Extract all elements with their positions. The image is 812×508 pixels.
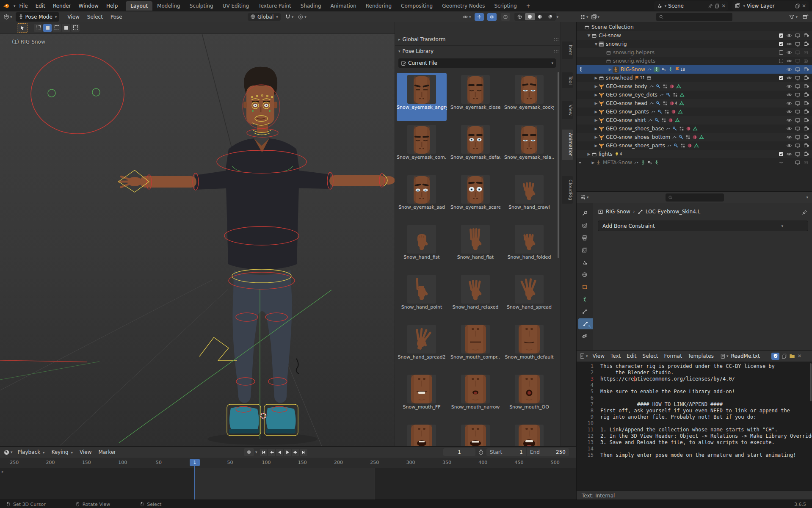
workspace-tab-layout[interactable]: Layout: [126, 1, 152, 11]
text-line[interactable]: 8First off, ask yourself if you even NEE…: [577, 408, 812, 414]
menu-help[interactable]: Help: [102, 3, 122, 9]
screen-toggle-icon[interactable]: [795, 117, 801, 123]
expand-toggle[interactable]: ▶: [594, 127, 599, 131]
view-layer-selector[interactable]: ▾ View Layer ✕: [732, 1, 809, 11]
pose-item[interactable]: Snow_hand_relaxed: [450, 273, 500, 321]
timeline-ruler[interactable]: -250-200-150-100-50501001502002503003504…: [0, 458, 576, 468]
select-mode-select-extend[interactable]: [52, 24, 61, 32]
workspace-tab-texture-paint[interactable]: Texture Paint: [254, 1, 296, 11]
pose-item[interactable]: Snow_mouth_narrow: [450, 373, 500, 421]
expand-toggle[interactable]: ▼: [586, 33, 591, 38]
pose-thumbnail[interactable]: [407, 225, 436, 254]
properties-tab-output[interactable]: [577, 232, 593, 243]
outliner-row[interactable]: ▶snow.head11: [577, 74, 812, 82]
menu-edit[interactable]: Edit: [32, 3, 49, 9]
text-line[interactable]: 133. Save and Reload the file, to allow …: [577, 439, 812, 446]
eye-toggle-icon[interactable]: [786, 92, 792, 98]
pose-item[interactable]: Snow_hand_spread: [504, 273, 554, 321]
workspace-tab-modeling[interactable]: Modeling: [152, 1, 185, 11]
outliner-search-input[interactable]: [656, 13, 732, 21]
expand-toggle[interactable]: ▶: [594, 101, 599, 105]
timeline-dopesheet-area[interactable]: ▸: [0, 468, 576, 500]
expand-toggle[interactable]: ▶: [594, 135, 599, 139]
auto-keying-record-button[interactable]: [244, 448, 254, 456]
workspace-tab-scripting[interactable]: Scripting: [489, 1, 521, 11]
outliner-row[interactable]: ▶GEO-snow_shoes_base: [577, 124, 812, 133]
snap-magnet-icon[interactable]: [285, 14, 291, 20]
pose-item[interactable]: Snow_hand_flat: [450, 223, 500, 271]
screen-off-toggle-icon[interactable]: [795, 58, 801, 64]
pose-item[interactable]: Snow_hand_crawl: [504, 173, 554, 221]
pose-thumbnail[interactable]: [407, 75, 436, 104]
3d-viewport-scene[interactable]: [0, 22, 395, 446]
camera-toggle-icon[interactable]: [804, 83, 809, 89]
text-line[interactable]: 1This character rig is provided under th…: [577, 363, 812, 370]
camera-toggle-icon[interactable]: [804, 75, 809, 81]
pin-icon[interactable]: [802, 210, 807, 215]
outliner-item-label[interactable]: GEO-snow_shoes_bottom: [606, 134, 670, 140]
pin-icon[interactable]: [708, 3, 713, 8]
eye-toggle-icon[interactable]: [786, 134, 792, 140]
screen-toggle-icon[interactable]: [795, 41, 801, 47]
pose-thumbnail[interactable]: [515, 375, 544, 403]
camera-toggle-icon[interactable]: [804, 117, 809, 123]
blender-logo-icon[interactable]: [3, 3, 10, 9]
text-line[interactable]: 5Make sure to enable the Pose Library ad…: [577, 389, 812, 395]
frame-start-field[interactable]: Start 1: [486, 448, 526, 456]
camera-toggle-icon[interactable]: [804, 41, 809, 47]
outliner-item-label[interactable]: GEO-snow_head: [606, 100, 647, 106]
pose-item[interactable]: [450, 422, 500, 446]
camera-toggle-icon[interactable]: [804, 100, 809, 106]
outliner-item-label[interactable]: lights: [599, 151, 613, 157]
screen-toggle-icon[interactable]: [795, 143, 801, 149]
outliner-item-label[interactable]: snow.rig: [606, 41, 627, 47]
eye-toggle-icon[interactable]: [786, 50, 792, 55]
outliner-row[interactable]: Scene Collection: [577, 23, 812, 31]
outliner-row[interactable]: snow.rig.helpers: [577, 48, 812, 57]
viewport-menu-view[interactable]: View: [64, 14, 83, 20]
expand-toggle[interactable]: ▶: [594, 93, 599, 97]
pose-thumbnail[interactable]: [407, 425, 436, 446]
text-menu-text[interactable]: Text: [608, 353, 624, 359]
properties-tab-bone-constraint[interactable]: [578, 318, 593, 329]
outliner-item-label[interactable]: snow.rig.widgets: [613, 58, 655, 64]
eye-toggle-icon[interactable]: [786, 83, 792, 89]
pose-thumbnail[interactable]: [407, 325, 436, 353]
viewport-menu-pose[interactable]: Pose: [107, 14, 126, 20]
camera-toggle-icon[interactable]: [804, 33, 809, 39]
outliner-row[interactable]: ▶GEO-snow_body: [577, 82, 812, 91]
pose-item[interactable]: Snow_eyemask_angry: [397, 73, 447, 121]
shade-render-icon[interactable]: [545, 13, 555, 20]
expand-toggle[interactable]: ▶: [608, 67, 613, 72]
sidebar-tab-view[interactable]: View: [562, 101, 573, 119]
pose-thumbnail[interactable]: [461, 275, 490, 304]
outliner-row[interactable]: ▶GEO-snow_shoes_bottom: [577, 133, 812, 141]
expand-toggle[interactable]: ▶: [591, 160, 596, 165]
pose-item[interactable]: Snow_mouth_compr...: [450, 323, 500, 371]
screen-toggle-icon[interactable]: [795, 92, 801, 98]
scene-name[interactable]: Scene: [668, 3, 706, 9]
text-line[interactable]: 3https://creativecommons.org/licenses/by…: [577, 376, 812, 382]
viewport-menu-select[interactable]: Select: [83, 14, 107, 20]
camera-toggle-icon[interactable]: [804, 143, 809, 149]
screen-toggle-icon[interactable]: [795, 33, 801, 39]
sidebar-tab-animation[interactable]: Animation: [562, 130, 573, 160]
eye-toggle-icon[interactable]: [786, 143, 792, 149]
screen-toggle-icon[interactable]: [795, 109, 801, 115]
new-collection-icon[interactable]: [802, 14, 809, 20]
pose-thumbnail[interactable]: [461, 125, 490, 154]
outliner-row[interactable]: ▶GEO-snow_eye_dots: [577, 91, 812, 99]
outliner-item-label[interactable]: GEO-snow_pants: [606, 109, 649, 115]
text-line[interactable]: 10: [577, 420, 812, 427]
eye-toggle-icon[interactable]: [786, 151, 792, 157]
outliner-item-label[interactable]: GEO-snow_shoes_base: [606, 126, 664, 132]
camera-x-toggle-icon[interactable]: [804, 58, 809, 64]
timeline-menu-view[interactable]: View: [76, 449, 95, 455]
pose-thumbnail[interactable]: [461, 75, 490, 104]
text-filename[interactable]: ReadMe.txt: [731, 353, 771, 359]
jump-to-start-button[interactable]: [260, 449, 267, 456]
text-scrollbar[interactable]: [810, 363, 812, 401]
pose-thumbnail[interactable]: [515, 125, 544, 154]
text-line[interactable]: 7 #### HOW TO LINK/APPEND ####: [577, 401, 812, 408]
screen-toggle-icon[interactable]: [795, 151, 801, 157]
